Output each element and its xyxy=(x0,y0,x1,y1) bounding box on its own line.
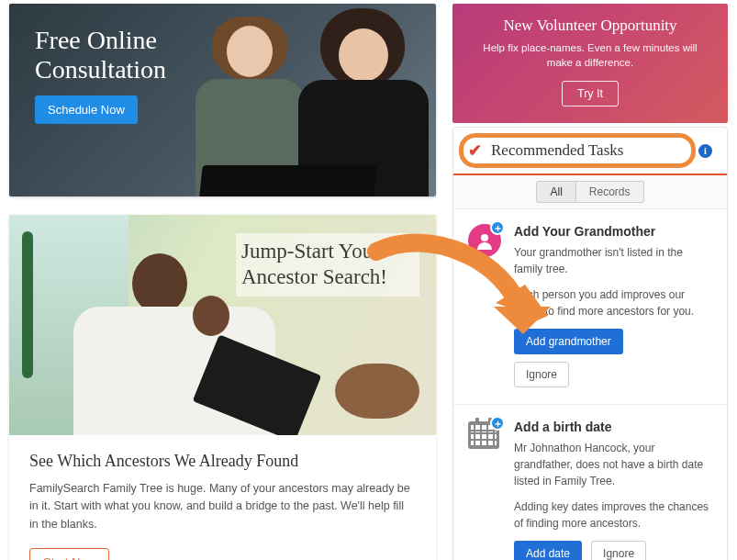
volunteer-subtitle: Help fix place-names. Even a few minutes… xyxy=(469,40,711,70)
tab-all[interactable]: All xyxy=(536,181,575,203)
svg-point-0 xyxy=(481,234,488,241)
task-title: Add Your Grandmother xyxy=(514,224,712,239)
task-text-2: Each person you add improves our ability… xyxy=(514,286,712,319)
try-it-button[interactable]: Try It xyxy=(562,81,619,106)
recommended-tasks-title: Recommended Tasks xyxy=(491,141,689,160)
add-date-button[interactable]: Add date xyxy=(514,541,582,560)
start-now-button[interactable]: Start Now xyxy=(29,548,109,560)
task-title: Add a birth date xyxy=(514,420,712,434)
task-text-1: Your grandmother isn't listed in the fam… xyxy=(514,244,712,277)
info-icon[interactable]: i xyxy=(698,144,712,158)
task-text-1: Mr Johnathon Hancock, your grandfather, … xyxy=(514,440,712,489)
consultation-card: Free Online Consultation Schedule Now xyxy=(9,4,436,196)
task-item-add-grandmother: ＋ Add Your Grandmother Your grandmother … xyxy=(453,208,727,404)
calendar-icon: ＋ xyxy=(468,420,501,453)
jumpstart-description: FamilySearch Family Tree is huge. Many o… xyxy=(29,480,416,533)
tasks-tabs: All Records xyxy=(453,174,727,208)
ignore-button[interactable]: Ignore xyxy=(591,541,646,560)
volunteer-panel: New Volunteer Opportunity Help fix place… xyxy=(452,4,728,123)
task-text-2: Adding key dates improves the chances of… xyxy=(514,498,712,532)
tab-records[interactable]: Records xyxy=(576,181,644,203)
volunteer-title: New Volunteer Opportunity xyxy=(469,17,711,35)
plus-badge-icon: ＋ xyxy=(490,416,505,431)
jumpstart-heading: See Which Ancestors We Already Found xyxy=(29,452,416,471)
jumpstart-photo: Jump-Start Your Ancestor Search! xyxy=(9,215,436,435)
add-grandmother-button[interactable]: Add grandmother xyxy=(514,329,623,354)
recommended-tasks-panel: ✔ Recommended Tasks i All Records ＋ Add … xyxy=(452,127,728,560)
jumpstart-overlay-title: Jump-Start Your Ancestor Search! xyxy=(236,233,419,297)
person-icon: ＋ xyxy=(468,224,501,257)
schedule-now-button[interactable]: Schedule Now xyxy=(35,95,138,124)
check-icon: ✔ xyxy=(468,140,482,161)
ignore-button[interactable]: Ignore xyxy=(514,362,569,387)
consultation-title: Free Online Consultation xyxy=(35,26,237,84)
plus-badge-icon: ＋ xyxy=(490,220,505,235)
jumpstart-card: Jump-Start Your Ancestor Search! See Whi… xyxy=(9,215,436,560)
task-item-add-birth-date: ＋ Add a birth date Mr Johnathon Hancock,… xyxy=(453,404,727,560)
